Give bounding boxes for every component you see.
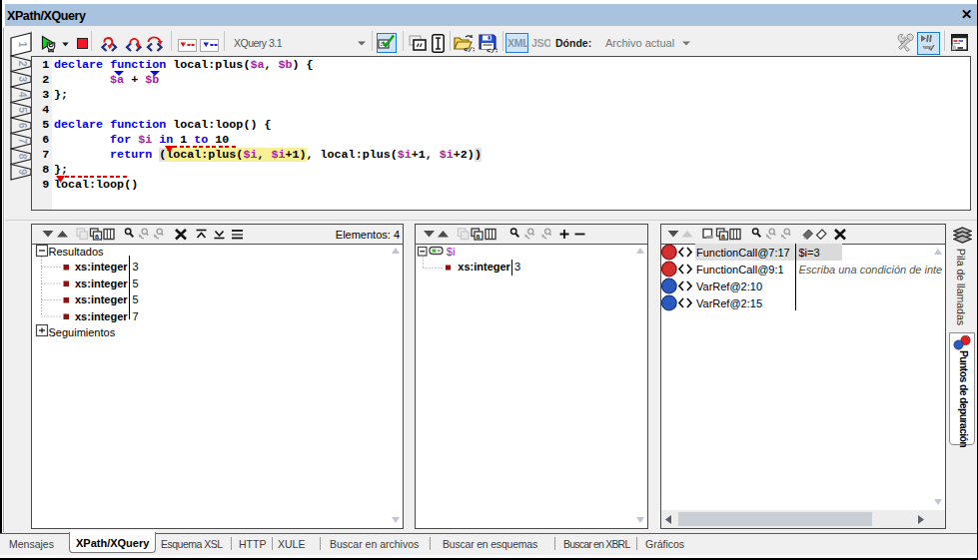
svg-text:6: 6 [17,123,29,129]
svg-text:</>: </> [487,47,497,54]
svg-text:1: 1 [17,42,29,48]
svg-text:8: 8 [17,154,29,160]
svg-text:7: 7 [17,138,29,144]
svg-text:a: a [477,232,481,239]
svg-text:9: 9 [17,169,29,175]
svg-text:2: 2 [17,61,29,67]
svg-text:5: 5 [17,107,29,113]
svg-text:4: 4 [17,92,29,98]
svg-text:3: 3 [17,76,29,82]
svg-text:a: a [95,232,99,239]
svg-text:a: a [721,232,725,239]
svg-text:</>: </> [464,46,475,53]
